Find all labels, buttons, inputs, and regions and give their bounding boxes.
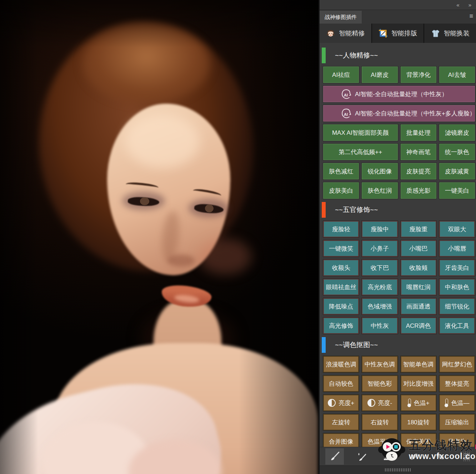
button-reduce-red[interactable]: 肤色减红 <box>323 163 359 179</box>
button-unify-skin[interactable]: 统一肤色 <box>439 144 475 160</box>
button-ai-acne[interactable]: AI祛痘 <box>323 66 359 83</box>
button-onekey-whiten[interactable]: 一键美白 <box>439 182 475 199</box>
portrait-photo[interactable] <box>0 0 319 474</box>
healing-tool[interactable] <box>405 448 423 465</box>
button-big-eyes[interactable]: 双眼大 <box>439 221 475 237</box>
bottom-toolbar: 五分钱特效 www.vfxcool.com <box>320 447 476 465</box>
tab-label: 智能换装 <box>444 29 470 38</box>
crop-icon <box>379 29 388 38</box>
button-rotate-180[interactable]: 180旋转 <box>401 414 436 430</box>
button-small-nose[interactable]: 小鼻子 <box>362 240 397 257</box>
button-ai-batch-gray[interactable]: AI AI智能-全自动批量处理（中性灰） <box>323 86 475 102</box>
button-clarity[interactable]: 画面通透 <box>401 298 436 315</box>
panel-menu-icon[interactable]: ≡ <box>469 13 473 19</box>
button-save-close[interactable]: 保存关闭 <box>401 433 436 447</box>
mixer-brush-icon <box>355 451 367 462</box>
mesh-icon <box>461 451 472 462</box>
button-freq-separation[interactable]: 第二代高低频++ <box>323 144 398 160</box>
button-bg-clean[interactable]: 背景净化 <box>401 66 436 83</box>
button-neutral-gray[interactable]: 中性灰 <box>362 317 397 334</box>
button-smile[interactable]: 一键微笑 <box>323 240 359 257</box>
button-temp-balance[interactable]: 色温平衡 <box>362 433 397 447</box>
button-shrink-cheeks[interactable]: 收脸颊 <box>401 260 436 276</box>
button-acr-color[interactable]: ACR调色 <box>401 317 436 334</box>
button-filter-smooth[interactable]: 滤镜磨皮 <box>439 124 475 141</box>
button-warm-tone[interactable]: 浪漫暖色调 <box>323 356 359 372</box>
panel-title-tab[interactable]: 战神修图插件 <box>320 11 362 24</box>
collapse-icon[interactable]: « <box>456 2 459 8</box>
tab-smart-outfit[interactable]: 智能换装 <box>424 24 476 43</box>
button-temp-plus[interactable]: 色温+ <box>401 395 436 411</box>
button-ai-smooth[interactable]: AI磨皮 <box>362 66 397 83</box>
button-small-mouth[interactable]: 小嘴巴 <box>401 240 436 257</box>
button-rosy-lips[interactable]: 嘴唇红润 <box>401 279 436 295</box>
button-label: 色温— <box>451 399 469 407</box>
section-title: ~~人物精修~~ <box>335 51 378 60</box>
button-small-lips[interactable]: 小嘴唇 <box>439 240 475 257</box>
button-gray-tone[interactable]: 中性灰色调 <box>362 356 397 372</box>
button-whiten-teeth[interactable]: 牙齿美白 <box>439 260 475 276</box>
button-contrast-boost[interactable]: 对比度增强 <box>401 375 436 392</box>
button-ai-dewrinkle[interactable]: AI去皱 <box>439 66 475 83</box>
button-rosy-skin[interactable]: 肤色红润 <box>362 182 397 199</box>
button-rotate-left[interactable]: 左旋转 <box>323 414 359 430</box>
svg-text:AI: AI <box>344 112 348 117</box>
stamp-icon <box>382 451 393 462</box>
button-highlight-retouch[interactable]: 高光修饰 <box>323 317 359 334</box>
button-slim-face-mid[interactable]: 瘦脸中 <box>362 221 397 237</box>
screen: « » 战神修图插件 ≡ 智能精修 <box>0 0 476 474</box>
button-batch-process[interactable]: 批量处理 <box>401 124 436 141</box>
button-neutralize-skin[interactable]: 中和肤色 <box>439 279 475 295</box>
mesh-tool[interactable] <box>457 448 476 465</box>
button-merge-image[interactable]: 合并图像 <box>323 433 359 447</box>
button-brighten-skin[interactable]: 皮肤提亮 <box>401 163 436 179</box>
button-dreamy-tone[interactable]: 网红梦幻色 <box>439 356 475 372</box>
button-whiten-skin[interactable]: 皮肤美白 <box>323 182 359 199</box>
button-texture-light[interactable]: 质感光影 <box>401 182 436 199</box>
girl-face-icon <box>326 29 335 38</box>
section-features-grid: 瘦脸轻 瘦脸中 瘦脸重 双眼大 一键微笑 小鼻子 小嘴巴 小嘴唇 收额头 收下巴… <box>320 221 476 334</box>
brush-icon <box>329 451 340 462</box>
mixer-brush-tool[interactable] <box>352 448 370 465</box>
expand-icon[interactable]: » <box>469 2 471 8</box>
button-compress-export[interactable]: 压缩输出 <box>439 414 475 430</box>
button-denoise[interactable]: 降低噪点 <box>323 298 359 315</box>
panel-title-row: 战神修图插件 ≡ <box>320 10 476 24</box>
button-label: 亮度- <box>378 399 392 407</box>
button-liquify[interactable]: 液化工具 <box>439 317 475 334</box>
button-sharpen[interactable]: 锐化图像 <box>362 163 397 179</box>
tab-smart-layout[interactable]: 智能排版 <box>372 24 425 43</box>
button-label: 色温+ <box>414 399 430 407</box>
button-mono-tone[interactable]: 智能单色调 <box>401 356 436 372</box>
tab-smart-retouch[interactable]: 智能精修 <box>320 24 372 43</box>
patch-tool[interactable] <box>431 448 450 465</box>
button-highlight-foundation[interactable]: 高光粉底 <box>362 279 397 295</box>
panel-window-bar: « » <box>320 0 476 10</box>
button-max-ai-beauty[interactable]: MAX AI智能面部美颜 <box>323 124 398 141</box>
button-temp-minus[interactable]: 色温— <box>439 395 475 411</box>
scrollbar-grip[interactable] <box>385 468 411 471</box>
button-detail-sharpen[interactable]: 细节锐化 <box>439 298 475 315</box>
button-reduce-yellow[interactable]: 皮肤减黄 <box>439 163 475 179</box>
button-shrink-chin[interactable]: 收下巴 <box>362 260 397 276</box>
section-people-retouch-header: ~~人物精修~~ <box>322 47 476 64</box>
button-slim-face-heavy[interactable]: 瘦脸重 <box>401 221 436 237</box>
button-label: 亮度+ <box>339 399 354 407</box>
button-gamut-boost[interactable]: 色域增强 <box>362 298 397 315</box>
button-eye-deredden[interactable]: 眼睛祛血丝 <box>323 279 359 295</box>
button-shrink-forehead[interactable]: 收额头 <box>323 260 359 276</box>
ai-head-icon: AI <box>340 88 352 100</box>
bottom-scrollbar[interactable] <box>320 465 476 474</box>
button-brightness-plus[interactable]: 亮度+ <box>323 395 359 411</box>
button-overall-brighten[interactable]: 整体提亮 <box>439 375 475 392</box>
brush-tool[interactable] <box>325 448 344 465</box>
button-magic-brush[interactable]: 神奇画笔 <box>401 144 436 160</box>
button-save-as[interactable]: 另存为 <box>439 433 475 447</box>
button-rotate-right[interactable]: 右旋转 <box>362 414 397 430</box>
button-slim-face-light[interactable]: 瘦脸轻 <box>323 221 359 237</box>
button-smart-color[interactable]: 智能色彩 <box>362 375 397 392</box>
button-ai-batch-gray-slim[interactable]: AI AI智能-全自动批量处理（中性灰+多人瘦脸） <box>323 105 475 122</box>
button-auto-color[interactable]: 自动较色 <box>323 375 359 392</box>
stamp-tool[interactable] <box>378 448 397 465</box>
button-brightness-minus[interactable]: 亮度- <box>362 395 397 411</box>
